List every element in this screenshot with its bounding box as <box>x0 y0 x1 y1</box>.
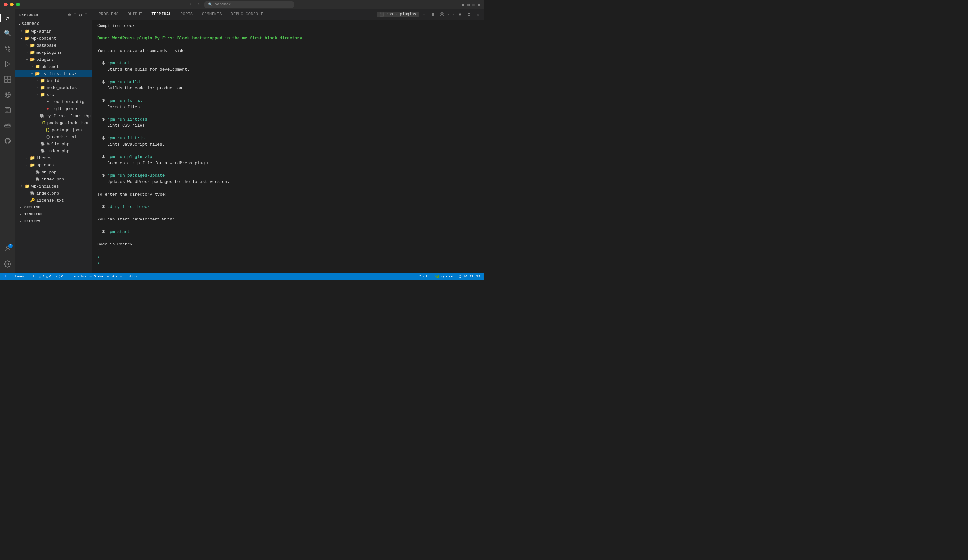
sidebar-item-uploads[interactable]: › 📁 uploads <box>15 162 92 169</box>
terminal-content[interactable]: Compiling block. Done: WordPress plugin … <box>92 20 484 273</box>
search-bar[interactable]: 🔍 sandbox <box>204 1 294 8</box>
sidebar-item-src[interactable]: › 📁 src <box>15 91 92 98</box>
tab-output-label: OUTPUT <box>128 12 143 17</box>
sidebar-label-plugins: plugins <box>36 57 90 62</box>
github-activity-icon[interactable] <box>0 133 15 149</box>
term-line: You can run several commands inside: <box>97 48 479 54</box>
sidebar-item-wp-admin[interactable]: › 📁 wp-admin <box>15 28 92 35</box>
filters-section-header[interactable]: › FILTERS <box>15 218 92 225</box>
tab-comments-label: COMMENTS <box>202 12 222 17</box>
search-text: sandbox <box>215 2 231 7</box>
source-control-activity-icon[interactable] <box>0 41 15 56</box>
minimize-button[interactable] <box>10 3 14 7</box>
maximize-panel-button[interactable]: ⊡ <box>466 11 472 18</box>
sidebar-label-akismet: akismet <box>41 64 90 69</box>
sidebar-item-my-first-block-php[interactable]: 🐘 my-first-block.php <box>15 112 92 119</box>
collapse-all-icon[interactable]: ⊟ <box>84 12 88 18</box>
system-status-item[interactable]: 🌿 system <box>434 273 455 280</box>
sidebar-item-hello-php[interactable]: 🐘 hello.php <box>15 141 92 147</box>
svg-point-2 <box>8 46 10 48</box>
sidebar-item-editorconfig[interactable]: ≡ .editorconfig <box>15 98 92 105</box>
new-folder-icon[interactable]: ⊞ <box>73 12 77 18</box>
sidebar-item-index-php-wpcontent[interactable]: 🐘 index.php <box>15 176 92 183</box>
term-line <box>97 210 479 216</box>
tab-comments[interactable]: COMMENTS <box>198 9 226 20</box>
arrow-icon: ▾ <box>24 58 30 61</box>
term-line: $ npm run build <box>97 79 479 85</box>
sidebar-item-license-txt[interactable]: 🔑 license.txt <box>15 197 92 204</box>
sidebar-item-plugins[interactable]: ▾ 📂 plugins <box>15 56 92 63</box>
sidebar-item-akismet[interactable]: › 📁 akismet <box>15 63 92 70</box>
activity-bar-bottom: 1 <box>0 241 15 272</box>
term-line: $ npm run plugin-zip <box>97 154 479 160</box>
todo-activity-icon[interactable] <box>0 103 15 118</box>
tab-ports[interactable]: PORTS <box>177 9 197 20</box>
sidebar-item-build[interactable]: › 📁 build <box>15 77 92 84</box>
sidebar-item-themes[interactable]: › 📁 themes <box>15 154 92 162</box>
explorer-activity-icon[interactable]: ⎘ <box>0 10 15 26</box>
tab-output[interactable]: OUTPUT <box>124 9 146 20</box>
sidebar-item-my-first-block[interactable]: ▾ 📂 my-first-block <box>15 70 92 77</box>
new-file-icon[interactable]: ⊕ <box>68 12 72 18</box>
split-terminal-button[interactable]: ⊟ <box>429 11 437 18</box>
tab-problems[interactable]: PROBLEMS <box>95 9 122 20</box>
remote-status-item[interactable]: ⚡ <box>3 273 7 280</box>
terminal-instance-label[interactable]: ⬛ zsh - plugins <box>377 12 419 17</box>
sidebar-item-readme-txt[interactable]: ⓘ readme.txt <box>15 133 92 141</box>
time-status-item[interactable]: ⏱ 10:22:39 <box>457 273 481 280</box>
info-status-item[interactable]: ⓘ 0 <box>55 273 65 280</box>
outline-section-header[interactable]: › OUTLINE <box>15 204 92 211</box>
close-button[interactable] <box>4 3 8 7</box>
extensions-activity-icon[interactable] <box>0 72 15 87</box>
add-terminal-button[interactable]: + <box>421 11 428 18</box>
branch-status-item[interactable]: ⑂ Launchpad <box>10 273 35 280</box>
more-actions-button[interactable]: ··· <box>448 11 454 18</box>
close-panel-button[interactable]: ✕ <box>474 11 481 18</box>
sidebar-item-node-modules[interactable]: › 📁 node_modules <box>15 84 92 91</box>
sidebar-item-mu-plugins[interactable]: › 📁 mu-plugins <box>15 49 92 56</box>
kill-terminal-button[interactable] <box>439 11 446 18</box>
layout-icon[interactable]: ▤ <box>467 2 469 7</box>
spell-status-item[interactable]: Spell <box>418 273 431 280</box>
sidebar-title: EXPLORER <box>19 13 38 17</box>
sidebar-toggle-icon[interactable]: ▣ <box>462 2 464 7</box>
refresh-icon[interactable]: ↺ <box>78 12 83 18</box>
sidebar-label-wp-content: wp-content <box>31 36 90 41</box>
panel-header-right: ⬛ zsh - plugins + ⊟ ··· ∨ ⊡ ✕ <box>377 11 481 18</box>
customize-layout-icon[interactable]: ⊞ <box>477 2 480 7</box>
run-debug-activity-icon[interactable] <box>0 56 15 72</box>
sidebar-item-db-php[interactable]: 🐘 db.php <box>15 169 92 176</box>
term-line: $ cd my-first-block <box>97 204 479 210</box>
errors-status-item[interactable]: ⊗ 0 ⚠ 0 <box>38 273 53 280</box>
sidebar-item-database[interactable]: › 📁 database <box>15 42 92 49</box>
account-activity-icon[interactable]: 1 <box>0 241 15 256</box>
folder-icon: 📁 <box>30 43 35 48</box>
search-activity-icon[interactable]: 🔍 <box>0 26 15 41</box>
panel-toggle-icon[interactable]: ▥ <box>472 2 475 7</box>
sidebar-item-sandbox-root[interactable]: ▾ SANDBOX <box>15 21 92 28</box>
sidebar-item-wp-content[interactable]: ▾ 📂 wp-content <box>15 35 92 42</box>
timeline-section-header[interactable]: › TIMELINE <box>15 211 92 218</box>
folder-icon: 📁 <box>30 50 35 55</box>
sidebar-label-hello-php: hello.php <box>47 142 90 147</box>
chevron-down-button[interactable]: ∨ <box>456 11 464 18</box>
panel-header: PROBLEMS OUTPUT TERMINAL PORTS COMMENTS … <box>92 9 484 20</box>
sidebar-item-wp-includes[interactable]: › 📁 wp-includes <box>15 183 92 190</box>
folder-icon: 📁 <box>24 29 30 34</box>
nav-back-button[interactable]: ‹ <box>188 1 194 8</box>
sidebar-item-package-json[interactable]: {} package.json <box>15 126 92 133</box>
sidebar-item-index-php-plugins[interactable]: 🐘 index.php <box>15 147 92 154</box>
maximize-button[interactable] <box>16 3 20 7</box>
tab-debug-console[interactable]: DEBUG CONSOLE <box>227 9 267 20</box>
docker-activity-icon[interactable] <box>0 118 15 133</box>
sidebar-label-themes: themes <box>36 156 90 161</box>
sidebar-item-gitignore[interactable]: ◈ .gitignore <box>15 105 92 112</box>
nav-forward-button[interactable]: › <box>196 1 202 8</box>
buffer-status-item[interactable]: phpcs keeps 5 documents in buffer <box>67 273 139 280</box>
settings-activity-icon[interactable] <box>0 256 15 272</box>
tab-terminal[interactable]: TERMINAL <box>148 9 175 20</box>
sidebar-item-package-lock-json[interactable]: {} package-lock.json <box>15 119 92 126</box>
term-line: Updates WordPress packages to the latest… <box>97 179 479 185</box>
sidebar-item-index-php-root[interactable]: 🐘 index.php <box>15 190 92 197</box>
remote-explorer-activity-icon[interactable] <box>0 87 15 103</box>
